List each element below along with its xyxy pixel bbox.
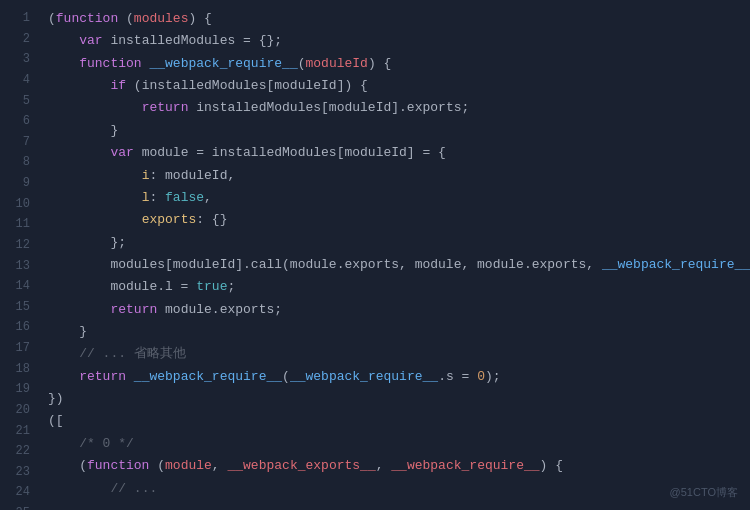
token-kw: function — [79, 56, 141, 71]
code-line: }) — [48, 388, 740, 410]
line-number: 7 — [8, 132, 30, 153]
code-line: return installedModules[moduleId].export… — [48, 97, 740, 119]
token-kw: function — [87, 458, 149, 473]
token-plain — [48, 346, 79, 361]
line-number: 25 — [8, 503, 30, 510]
code-line: (function (modules) { — [48, 8, 740, 30]
code-line: } — [48, 120, 740, 142]
token-punc: ( — [48, 11, 56, 26]
token-punc: ( — [118, 11, 134, 26]
token-punc: } — [48, 123, 118, 138]
token-param: moduleId — [306, 56, 368, 71]
token-punc: ); — [485, 369, 501, 384]
token-plain: module.l = — [48, 279, 196, 294]
token-plain: (installedModules[moduleId]) { — [126, 78, 368, 93]
token-plain — [48, 56, 79, 71]
code-line: var module = installedModules[moduleId] … — [48, 142, 740, 164]
line-number-gutter: 1234567891011121314151617181920212223242… — [0, 8, 38, 502]
code-content-area: (function (modules) { var installedModul… — [38, 8, 750, 502]
token-fn: __webpack_require__ — [602, 257, 750, 272]
token-kw: var — [110, 145, 133, 160]
token-comment: // ... 省略其他 — [79, 346, 186, 361]
token-kw: if — [110, 78, 126, 93]
token-fn: __webpack_require__ — [134, 369, 282, 384]
line-number: 11 — [8, 214, 30, 235]
token-comment: // ... — [110, 481, 157, 496]
token-punc: ) { — [188, 11, 211, 26]
line-number: 9 — [8, 173, 30, 194]
token-plain — [48, 481, 110, 496]
code-line: var installedModules = {}; — [48, 30, 740, 52]
code-line: modules[moduleId].call(module.exports, m… — [48, 254, 740, 276]
token-plain: .s = — [438, 369, 477, 384]
code-line: exports: {} — [48, 209, 740, 231]
token-plain: , — [212, 458, 228, 473]
token-fn: __webpack_require__ — [290, 369, 438, 384]
token-punc: }) — [48, 391, 64, 406]
line-number: 12 — [8, 235, 30, 256]
code-line: }; — [48, 232, 740, 254]
line-number: 10 — [8, 194, 30, 215]
watermark: @51CTO博客 — [670, 485, 738, 500]
token-kw: return — [142, 100, 189, 115]
token-punc: ) { — [540, 458, 563, 473]
code-line: return __webpack_require__(__webpack_req… — [48, 366, 740, 388]
token-yellow: exports — [142, 212, 197, 227]
code-line: /* 0 */ — [48, 433, 740, 455]
token-plain: ; — [227, 279, 235, 294]
line-number: 1 — [8, 8, 30, 29]
code-line: if (installedModules[moduleId]) { — [48, 75, 740, 97]
token-punc: }; — [48, 235, 126, 250]
code-line: module.l = true; — [48, 276, 740, 298]
line-number: 19 — [8, 379, 30, 400]
line-number: 5 — [8, 91, 30, 112]
line-number: 23 — [8, 462, 30, 483]
line-number: 3 — [8, 49, 30, 70]
token-plain — [48, 33, 79, 48]
token-cyan: false — [165, 190, 204, 205]
code-line: l: false, — [48, 187, 740, 209]
token-plain: : {} — [196, 212, 227, 227]
token-param: __webpack_require__ — [391, 458, 539, 473]
token-cyan: true — [196, 279, 227, 294]
token-plain — [48, 212, 142, 227]
line-number: 24 — [8, 482, 30, 503]
token-plain: : moduleId, — [149, 168, 235, 183]
token-plain — [48, 369, 79, 384]
token-param: __webpack_exports__ — [227, 458, 375, 473]
line-number: 8 — [8, 152, 30, 173]
token-punc: ( — [149, 458, 165, 473]
token-plain: : — [149, 190, 165, 205]
line-number: 6 — [8, 111, 30, 132]
token-comment: /* 0 */ — [79, 436, 134, 451]
token-param: module — [165, 458, 212, 473]
line-number: 21 — [8, 421, 30, 442]
token-plain — [48, 436, 79, 451]
token-punc: ( — [282, 369, 290, 384]
line-number: 15 — [8, 297, 30, 318]
line-number: 20 — [8, 400, 30, 421]
code-line: } — [48, 321, 740, 343]
token-punc: ( — [298, 56, 306, 71]
token-plain — [48, 100, 142, 115]
token-plain — [48, 145, 110, 160]
token-punc: ) { — [368, 56, 391, 71]
line-number: 14 — [8, 276, 30, 297]
token-plain: modules[moduleId].call(module.exports, m… — [48, 257, 602, 272]
code-line: return module.exports; — [48, 299, 740, 321]
code-line: }), — [48, 500, 740, 502]
token-plain — [48, 302, 110, 317]
line-number: 2 — [8, 29, 30, 50]
line-number: 18 — [8, 359, 30, 380]
token-punc: } — [48, 324, 87, 339]
line-number: 17 — [8, 338, 30, 359]
line-number: 4 — [8, 70, 30, 91]
token-kw: return — [110, 302, 157, 317]
token-kw: var — [79, 33, 102, 48]
code-line: i: moduleId, — [48, 165, 740, 187]
code-editor: 1234567891011121314151617181920212223242… — [0, 0, 750, 510]
token-plain — [126, 369, 134, 384]
token-punc: ( — [48, 458, 87, 473]
code-line: // ... 省略其他 — [48, 343, 740, 365]
token-punc: ([ — [48, 413, 64, 428]
